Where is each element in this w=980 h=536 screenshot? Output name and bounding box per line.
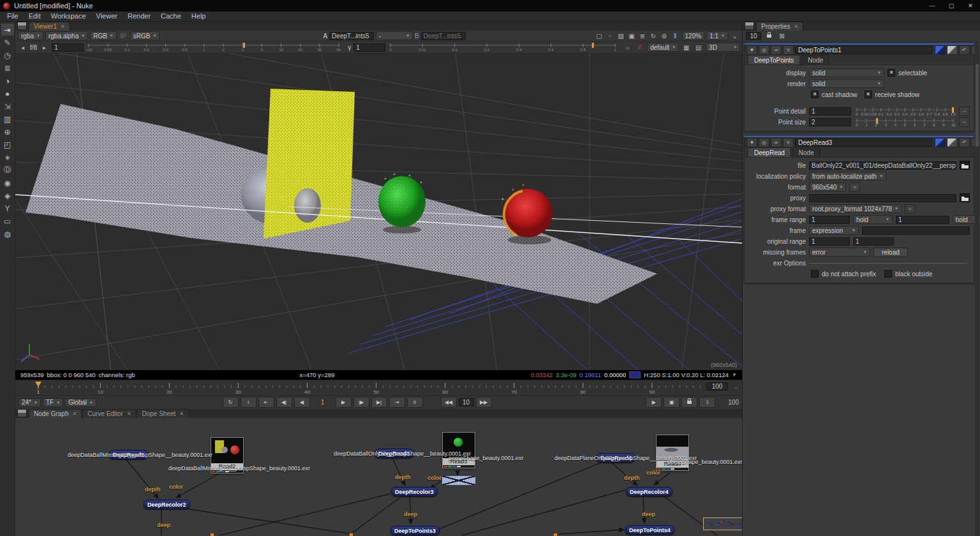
proxy-field[interactable]: [809, 194, 956, 202]
node-deeptopoints4[interactable]: DeepToPoints4: [625, 525, 674, 535]
lut-dropdown[interactable]: sRGB▼: [130, 31, 160, 40]
file-field[interactable]: BallOnly22_v001_t01/deepDataBallOnly22__…: [809, 161, 956, 170]
lock-range-button[interactable]: [681, 397, 697, 408]
roi-icon[interactable]: ▨: [616, 32, 626, 40]
frame-range-start-field[interactable]: 1: [809, 216, 850, 224]
guides-icon[interactable]: #: [635, 43, 644, 52]
receive-shadow-checkbox[interactable]: ✕: [865, 91, 872, 98]
point-size-slider[interactable]: 012345678910: [854, 117, 956, 126]
view-mode-dropdown[interactable]: 3D▼: [706, 43, 740, 52]
node-deeprecolor4[interactable]: DeepRecolor4: [626, 487, 672, 496]
metadata-icon[interactable]: ◈: [1, 190, 14, 202]
prev-aperture-icon[interactable]: ◂: [18, 43, 27, 52]
frame-mode-dropdown[interactable]: expression▼: [809, 226, 859, 235]
keyer-icon[interactable]: ⇲: [1, 100, 14, 112]
node-deeprecolor2[interactable]: DeepRecolor2: [144, 500, 190, 509]
format-dropdown[interactable]: 960x540▼: [809, 182, 846, 191]
properties-scrollbar[interactable]: [975, 42, 979, 536]
tab-close-icon[interactable]: ✕: [794, 24, 799, 29]
node-color-swatch[interactable]: [935, 138, 946, 147]
pane-menu-icon[interactable]: [17, 409, 27, 417]
display-channel-dropdown[interactable]: RGB▼: [90, 31, 117, 40]
original-range-end-field[interactable]: 1: [853, 237, 894, 246]
gamma-slider[interactable]: 00.010.10.20.40.60.81: [388, 43, 618, 52]
frame-increment-field[interactable]: 10: [459, 398, 474, 406]
update-icon[interactable]: ⊛: [660, 32, 669, 40]
b-buffer-value[interactable]: DeepT...ints5: [421, 32, 466, 40]
tab-close-icon[interactable]: ✕: [179, 411, 184, 417]
do-not-attach-prefix-checkbox[interactable]: [811, 270, 819, 278]
proxy-format-dropdown[interactable]: root.proxy_format 1024x778▼: [809, 204, 902, 213]
proxy-icon[interactable]: ▢: [595, 32, 604, 40]
skip-forward-button[interactable]: ▶▶: [476, 397, 492, 408]
node-deeptopoints3[interactable]: DeepToPoints3: [390, 526, 440, 535]
node-tree-icon[interactable]: Y: [783, 138, 794, 147]
goto-start-button[interactable]: ⇤: [258, 397, 274, 408]
headlamp-icon[interactable]: ☼: [623, 43, 632, 52]
node-color-swatch[interactable]: [935, 45, 946, 55]
collapse-chevron-icon[interactable]: ⌄: [730, 32, 739, 40]
frame-range-end-field[interactable]: 1: [896, 216, 949, 224]
refresh-icon[interactable]: ↻: [649, 32, 658, 40]
tab-node[interactable]: Node: [801, 55, 829, 64]
snapshot-icon[interactable]: ▦: [681, 43, 691, 52]
missing-frames-dropdown[interactable]: error▼: [809, 248, 870, 257]
panel-menu-icon[interactable]: ▼: [746, 45, 757, 55]
layer-dropdown[interactable]: rgba.alpha▼: [45, 31, 88, 40]
image-icon[interactable]: ⇥: [1, 24, 14, 36]
center-node-icon[interactable]: ◎: [759, 45, 769, 55]
menu-file[interactable]: File: [2, 11, 24, 21]
menu-workspace[interactable]: Workspace: [46, 11, 91, 21]
step-forward-button[interactable]: |▶: [353, 397, 369, 408]
dot-node[interactable]: [349, 533, 353, 536]
tab-dope-sheet[interactable]: Dope Sheet✕: [137, 409, 189, 418]
dot-node[interactable]: [210, 533, 214, 536]
animation-curve-icon[interactable]: ~: [959, 107, 970, 116]
node-name-field[interactable]: DeepRead3: [795, 138, 932, 147]
pane-menu-icon[interactable]: [17, 22, 27, 30]
export-button[interactable]: ⇩: [699, 397, 715, 408]
tab-node-graph[interactable]: Node Graph✕: [29, 409, 82, 418]
node-graph-canvas[interactable]: DeepRead1DeepRecolor2DeepRead3DeepRecolo…: [15, 418, 742, 536]
format-sync-icon[interactable]: =: [849, 182, 860, 192]
range-button[interactable]: I: [241, 397, 256, 408]
ruler-chevron-icon[interactable]: ⌄: [734, 384, 738, 390]
gain-slider[interactable]: 0.010.050.10.20.30.5123510203050: [86, 43, 341, 52]
channel-icon[interactable]: ≣: [1, 62, 14, 74]
status-chevron-icon[interactable]: ▼: [732, 372, 737, 378]
node-deeprecolor3[interactable]: DeepRecolor3: [391, 487, 438, 496]
range-end-field[interactable]: 100: [706, 382, 728, 391]
menu-help[interactable]: Help: [186, 11, 211, 21]
a-buffer-value[interactable]: DeepT...ints5: [329, 32, 374, 40]
downrez-icon[interactable]: ▫: [605, 32, 615, 40]
close-all-panels-icon[interactable]: ⊠: [777, 32, 787, 40]
flipbook-button[interactable]: ▶: [646, 397, 662, 408]
file-browse-icon[interactable]: [960, 161, 970, 170]
view-preset-dropdown[interactable]: default▼: [647, 43, 679, 52]
pause-icon[interactable]: ‖: [671, 32, 680, 40]
monitor-out-icon[interactable]: ▣: [627, 32, 637, 40]
time-icon[interactable]: ◷: [1, 49, 14, 61]
layer-stack-icon[interactable]: ▤: [694, 43, 703, 52]
gl-color-swatch[interactable]: [947, 45, 958, 55]
3d-icon[interactable]: ◰: [1, 138, 14, 151]
undo-icon[interactable]: ↶: [959, 45, 970, 55]
black-outside-checkbox[interactable]: [884, 270, 892, 278]
display-dropdown[interactable]: solid▼: [809, 68, 884, 77]
tab-deepread[interactable]: DeepRead: [748, 147, 791, 157]
dot-node[interactable]: [553, 533, 558, 536]
center-node-icon[interactable]: ◎: [759, 138, 769, 147]
tab-deeptopoints[interactable]: DeepToPoints: [748, 55, 800, 64]
render-dropdown[interactable]: solid▼: [809, 79, 884, 88]
point-detail-field[interactable]: 1: [809, 107, 851, 115]
maximize-button[interactable]: ▢: [942, 0, 961, 11]
tab-close-icon[interactable]: ✕: [127, 411, 131, 417]
minimize-button[interactable]: —: [923, 0, 942, 11]
timeline-ruler[interactable]: 1102030405060708090100 100 ⌄: [15, 380, 742, 395]
proxy-browse-icon[interactable]: [960, 193, 970, 202]
filter-icon[interactable]: ●: [1, 87, 14, 100]
node-name-field[interactable]: DeepToPoints1: [795, 46, 932, 54]
tab-node[interactable]: Node: [792, 147, 820, 157]
tab-close-icon[interactable]: ✕: [72, 411, 77, 417]
toolsets-icon[interactable]: Y: [1, 202, 14, 214]
